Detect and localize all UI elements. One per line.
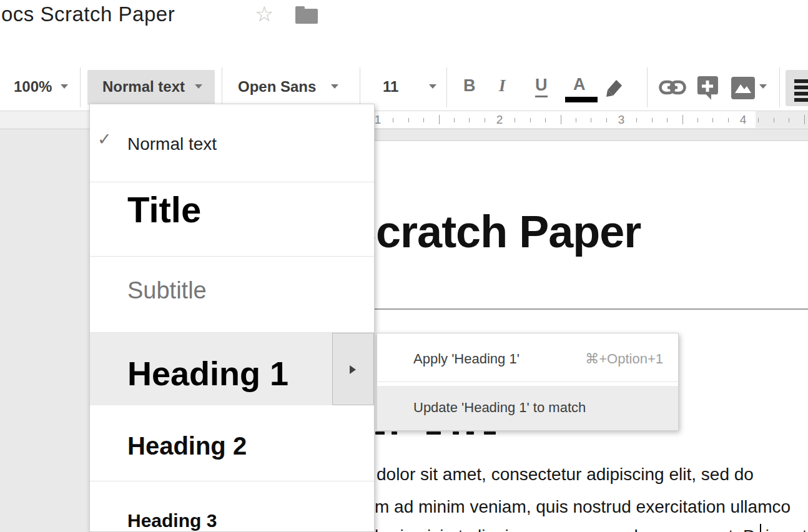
styles-select-label: Normal text	[102, 78, 185, 96]
bold-button[interactable]: B	[463, 76, 476, 96]
font-select[interactable]: Open Sans	[238, 78, 316, 96]
italic-button[interactable]: I	[499, 76, 506, 96]
ruler-number: 3	[618, 113, 625, 127]
heading1-submenu-button[interactable]	[332, 333, 374, 405]
menu-item-title[interactable]: Title	[127, 189, 201, 230]
obscured-heading-fragment	[375, 431, 385, 435]
obscured-heading-fragment	[392, 431, 397, 435]
ruler-half-inch-tick	[439, 115, 440, 124]
styles-select[interactable]: Normal text	[87, 70, 215, 105]
font-size-select[interactable]: 11	[383, 78, 398, 96]
menu-bar: View Insert Format Tools Add-ons Help Al…	[0, 28, 808, 64]
ruler-minor-tick	[652, 118, 653, 122]
ruler-number: 2	[496, 113, 503, 127]
obscured-heading-fragment	[466, 431, 474, 435]
ruler-half-inch-tick	[682, 115, 683, 124]
document-body-line[interactable]: boris nisi ut aliquip ex ea commodo cons…	[375, 526, 808, 532]
ruler-margin-area	[756, 111, 808, 128]
comment-icon[interactable]	[696, 76, 721, 102]
chevron-down-icon[interactable]	[331, 84, 338, 89]
obscured-heading-fragment	[426, 431, 441, 435]
star-icon[interactable]: ☆	[255, 2, 273, 26]
highlighter-icon[interactable]	[601, 76, 626, 100]
ruler-minor-tick	[469, 118, 470, 122]
link-icon[interactable]	[659, 79, 686, 96]
image-icon[interactable]	[731, 76, 756, 100]
ruler-minor-tick	[545, 118, 546, 122]
chevron-down-icon	[195, 84, 202, 89]
align-icon	[794, 79, 808, 83]
folder-icon[interactable]	[295, 9, 318, 24]
text-color-swatch	[565, 97, 598, 102]
ruler-minor-tick	[697, 118, 698, 122]
menu-item-normal-text[interactable]: Normal text	[127, 134, 217, 154]
ruler-minor-tick	[423, 118, 424, 122]
ruler-minor-tick	[576, 118, 576, 122]
obscured-heading-fragment	[453, 431, 459, 435]
ruler-minor-tick	[712, 118, 713, 122]
styles-menu: ✓ Normal text Title Subtitle Heading 1 H…	[89, 104, 375, 532]
ruler-half-inch-tick	[561, 115, 561, 124]
ruler-minor-tick	[606, 118, 607, 122]
ruler-minor-tick	[789, 118, 789, 122]
ruler-minor-tick	[485, 118, 485, 122]
ruler-minor-tick	[667, 118, 668, 122]
ruler-minor-tick	[728, 118, 729, 122]
apply-heading1-shortcut: ⌘+Option+1	[585, 351, 663, 367]
menu-item-heading2[interactable]: Heading 2	[127, 432, 247, 460]
heading1-submenu: Apply 'Heading 1' ⌘+Option+1 Update 'Hea…	[377, 333, 679, 431]
menu-item-heading1[interactable]: Heading 1	[127, 354, 288, 393]
ruler-minor-tick	[591, 118, 591, 122]
ruler-number: 1	[375, 113, 382, 127]
update-heading1-item[interactable]: Update 'Heading 1' to match	[413, 400, 586, 416]
ruler-minor-tick	[515, 118, 515, 122]
ruler-number: 4	[740, 113, 747, 127]
ruler-minor-tick	[758, 118, 759, 122]
ruler-page-area	[375, 111, 756, 128]
google-docs-window: Scratch Paper dolor sit amet, consectetu…	[0, 0, 808, 532]
submenu-arrow-icon	[350, 365, 356, 374]
document-body-line[interactable]: dolor sit amet, consectetur adipiscing e…	[377, 465, 754, 485]
ruler-minor-tick	[454, 118, 455, 122]
apply-heading1-item[interactable]: Apply 'Heading 1'	[413, 351, 520, 367]
ruler-minor-tick	[636, 118, 637, 122]
text-cursor	[760, 524, 761, 532]
zoom-select[interactable]: 100%	[14, 78, 52, 96]
align-button[interactable]	[786, 70, 808, 106]
chevron-down-icon[interactable]	[429, 84, 436, 89]
ruler-minor-tick	[774, 118, 774, 122]
document-name[interactable]: ocs Scratch Paper	[1, 2, 175, 26]
menu-item-subtitle[interactable]: Subtitle	[127, 277, 207, 304]
ruler-half-inch-tick	[804, 115, 805, 124]
chevron-down-icon[interactable]	[61, 84, 68, 89]
underline-button[interactable]: U	[535, 76, 548, 97]
menu-item-heading3[interactable]: Heading 3	[127, 510, 217, 531]
title-bar: ocs Scratch Paper ☆	[0, 0, 808, 28]
chevron-down-icon[interactable]	[759, 84, 767, 89]
document-title-text[interactable]: Scratch Paper	[347, 206, 641, 257]
ruler-minor-tick	[408, 118, 409, 122]
ruler-minor-tick	[393, 118, 393, 122]
obscured-heading-fragment	[484, 431, 496, 435]
check-icon: ✓	[97, 129, 112, 149]
text-color-button[interactable]: A	[573, 75, 586, 94]
ruler-minor-tick	[530, 118, 531, 122]
document-body-line[interactable]: m ad minim veniam, quis nostrud exercita…	[375, 497, 791, 517]
